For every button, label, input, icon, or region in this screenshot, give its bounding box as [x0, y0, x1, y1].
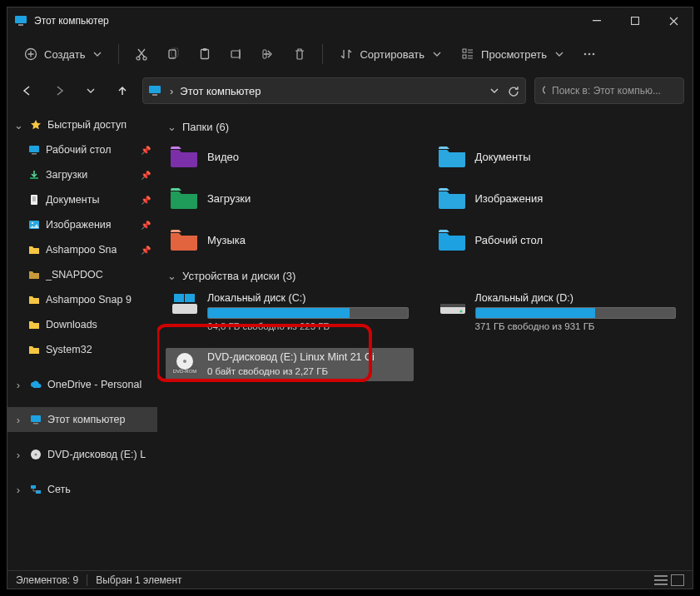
drive-stat: 64,8 ГБ свободно из 223 ГБ — [207, 321, 409, 331]
delete-button[interactable] — [285, 40, 314, 68]
sidebar-item-desktop[interactable]: Рабочий стол 📌 — [7, 137, 157, 162]
pin-icon: 📌 — [141, 196, 152, 205]
sidebar-item-documents[interactable]: Документы 📌 — [7, 187, 157, 212]
svg-rect-34 — [174, 294, 184, 302]
breadcrumb-root[interactable]: Этот компьютер — [180, 85, 261, 97]
refresh-icon[interactable] — [508, 85, 520, 97]
sidebar-item-folder[interactable]: Ashampoo Sna 📌 — [7, 237, 157, 262]
pin-icon: 📌 — [141, 246, 152, 255]
folder-item[interactable]: Видео — [166, 140, 414, 173]
plus-circle-icon — [24, 47, 37, 61]
star-icon — [29, 118, 42, 132]
drive-stat: 371 ГБ свободно из 931 ГБ — [475, 321, 677, 331]
group-drives-header[interactable]: ⌄ Устройства и диски (3) — [166, 270, 681, 282]
close-button[interactable] — [654, 7, 693, 34]
sidebar-item-folder[interactable]: _SNAPDOC — [7, 262, 157, 287]
paste-button[interactable] — [191, 40, 219, 68]
svg-point-6 — [143, 57, 146, 60]
more-icon — [583, 47, 596, 61]
up-button[interactable] — [111, 79, 134, 102]
copy-icon — [166, 47, 180, 61]
folder-item[interactable]: Документы — [434, 140, 682, 173]
drive-item[interactable]: Локальный диск (D:) 371 ГБ свободно из 9… — [434, 289, 682, 336]
folder-label: Изображения — [475, 192, 544, 205]
drive-name: DVD-дисковод (E:) Linux Mint 21 Ci — [207, 351, 409, 363]
search-box[interactable] — [534, 77, 684, 104]
drive-stat: 0 байт свободно из 2,27 ГБ — [207, 366, 409, 376]
svg-rect-13 — [463, 49, 466, 52]
view-details-button[interactable] — [654, 574, 668, 586]
sidebar: ⌄ Быстрый доступ Рабочий стол 📌 Загрузки… — [7, 107, 157, 570]
folder-icon — [27, 243, 41, 256]
sidebar-network[interactable]: › Сеть — [7, 477, 157, 502]
back-button[interactable] — [16, 79, 39, 102]
more-button[interactable] — [575, 40, 603, 68]
search-input[interactable] — [552, 85, 677, 97]
sidebar-dvd[interactable]: › DVD-дисковод (E:) L — [7, 442, 157, 467]
share-button[interactable] — [254, 40, 282, 68]
svg-rect-19 — [152, 94, 157, 96]
drive-usage-bar — [207, 307, 409, 319]
chevron-down-icon — [93, 50, 102, 58]
pc-icon — [29, 413, 42, 426]
chevron-down-icon — [555, 50, 563, 58]
explorer-window: Этот компьютер Создать Сортировать Просм… — [7, 7, 693, 589]
window-title: Этот компьютер — [34, 15, 109, 27]
svg-rect-3 — [632, 17, 639, 25]
sidebar-item-folder[interactable]: System32 — [7, 337, 157, 362]
cloud-icon — [29, 378, 42, 391]
svg-rect-23 — [30, 177, 38, 179]
minimize-button[interactable] — [578, 7, 616, 34]
folder-label: Видео — [207, 151, 239, 163]
sidebar-item-pictures[interactable]: Изображения 📌 — [7, 212, 157, 237]
sidebar-item-folder[interactable]: Ashampoo Snap 9 — [7, 287, 157, 312]
drive-item[interactable]: Локальный диск (C:) 64,8 ГБ свободно из … — [166, 289, 414, 336]
drive-usage-bar — [475, 307, 677, 319]
drive-name: Локальный диск (C:) — [207, 292, 409, 304]
sidebar-this-pc[interactable]: › Этот компьютер — [7, 407, 157, 432]
view-button[interactable]: Просмотреть — [453, 40, 572, 68]
folder-item[interactable]: Загрузки — [166, 181, 414, 215]
view-label: Просмотреть — [481, 48, 547, 61]
folder-item[interactable]: Рабочий стол — [434, 223, 682, 256]
sidebar-onedrive[interactable]: › OneDrive - Personal — [7, 372, 157, 397]
cut-button[interactable] — [127, 40, 156, 68]
view-icon — [461, 47, 474, 61]
svg-point-20 — [544, 87, 546, 94]
folder-item[interactable]: Музыка — [166, 223, 414, 256]
svg-rect-1 — [18, 24, 23, 26]
maximize-button[interactable] — [616, 7, 654, 34]
rename-button[interactable] — [222, 40, 251, 68]
svg-rect-35 — [185, 294, 195, 302]
cut-icon — [135, 47, 148, 61]
sort-icon — [340, 47, 353, 61]
view-large-button[interactable] — [671, 574, 684, 586]
sort-button[interactable]: Сортировать — [331, 40, 449, 68]
svg-rect-2 — [593, 20, 601, 21]
chevron-right-icon: › — [12, 414, 24, 426]
chevron-down-icon: ⌄ — [166, 121, 177, 133]
status-selected: Выбран 1 элемент — [96, 574, 181, 586]
titlebar: Этот компьютер — [7, 7, 693, 34]
sidebar-quick-access[interactable]: ⌄ Быстрый доступ — [7, 112, 157, 137]
group-folders-header[interactable]: ⌄ Папки (6) — [166, 121, 681, 133]
address-bar[interactable]: › Этот компьютер — [142, 77, 526, 104]
copy-button[interactable] — [159, 40, 187, 68]
chevron-right-icon: › — [12, 484, 24, 496]
new-button[interactable]: Создать — [16, 40, 110, 68]
new-label: Создать — [44, 48, 85, 61]
chevron-down-icon — [433, 50, 441, 58]
sidebar-item-folder[interactable]: Downloads — [7, 312, 157, 337]
folder-icon — [169, 144, 199, 169]
svg-rect-31 — [31, 485, 36, 489]
recent-button[interactable] — [79, 79, 102, 102]
forward-button[interactable] — [47, 79, 71, 102]
svg-rect-9 — [201, 50, 209, 59]
chevron-down-icon[interactable] — [489, 86, 499, 96]
drive-item[interactable]: DVD-ROM DVD-дисковод (E:) Linux Mint 21 … — [166, 348, 414, 381]
search-icon — [542, 85, 545, 97]
sidebar-item-downloads[interactable]: Загрузки 📌 — [7, 162, 157, 187]
folder-icon — [27, 293, 41, 306]
folder-item[interactable]: Изображения — [434, 181, 682, 215]
disc-icon — [29, 448, 42, 461]
